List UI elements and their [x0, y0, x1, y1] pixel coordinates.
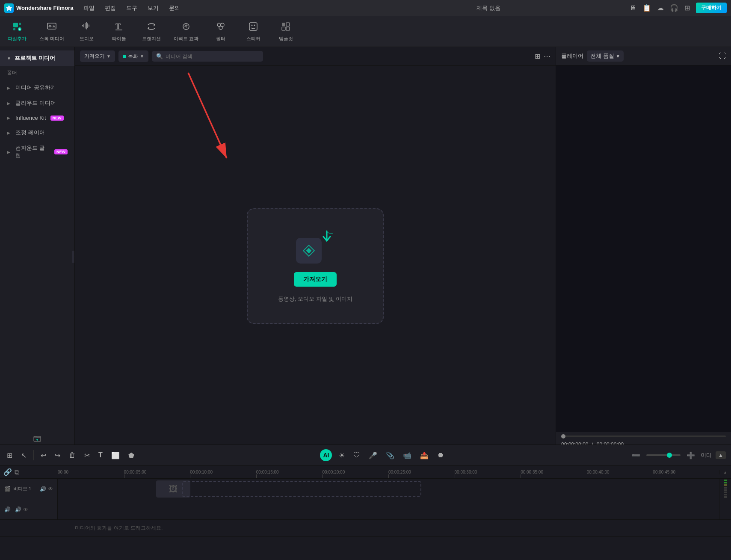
- toolbar: + 파일추가 스톡 미디어 오디오 T: [0, 16, 731, 47]
- link-icon[interactable]: 🔗: [3, 468, 12, 476]
- menu-help[interactable]: 문의: [167, 3, 182, 13]
- search-box[interactable]: 🔍: [152, 51, 263, 62]
- sidebar-item-influence-kit[interactable]: ▶ Influence Kit NEW: [0, 111, 74, 125]
- time-slider[interactable]: [561, 436, 726, 437]
- track-eye-icon[interactable]: 👁: [48, 486, 53, 492]
- grid-icon[interactable]: ⊞: [684, 4, 690, 12]
- menu-file[interactable]: 파일: [82, 3, 96, 13]
- record-timeline-icon[interactable]: ⏺: [435, 450, 446, 461]
- sidebar-collapse-button[interactable]: ◀: [72, 251, 75, 263]
- zoom-in-icon[interactable]: ➕: [685, 450, 697, 461]
- svg-point-12: [219, 26, 222, 30]
- audio-track-eye-icon[interactable]: 👁: [23, 507, 28, 513]
- time-slider-handle[interactable]: [561, 434, 565, 439]
- svg-rect-16: [282, 23, 285, 26]
- toolbar-stock-media[interactable]: 스톡 미디어: [39, 21, 64, 42]
- track-volume-icon[interactable]: 🔊: [40, 486, 46, 492]
- audio-label: 오디오: [80, 36, 94, 42]
- dropdown-arrow-icon: ▼: [140, 54, 144, 59]
- bottom-toolbar-center: AI ☀ 🛡 🎤 📎 📹 📤 ⏺: [141, 449, 625, 461]
- video-track-content[interactable]: 🖼: [58, 479, 719, 499]
- menu-view[interactable]: 보기: [146, 3, 160, 13]
- cloud-icon[interactable]: ☁: [657, 4, 664, 12]
- drop-zone-import-button[interactable]: 가져오기: [294, 272, 337, 287]
- ai-button[interactable]: AI: [320, 449, 332, 461]
- filmora-bg-icon: [296, 238, 322, 264]
- sidebar-media-share-label: 미디어 공유하기: [15, 84, 56, 92]
- effects-icon: [181, 21, 191, 34]
- buy-button[interactable]: 구매하기: [696, 3, 727, 13]
- svg-rect-19: [286, 27, 290, 30]
- record-button[interactable]: 녹화 ▼: [118, 50, 148, 62]
- media-toolbar-right: ⊞ ⋯: [535, 52, 550, 60]
- toolbar-audio[interactable]: 오디오: [76, 21, 97, 42]
- toolbar-add-file[interactable]: + 파일추가: [7, 21, 27, 42]
- miti-toggle[interactable]: ▲: [716, 451, 726, 459]
- sidebar-project-media[interactable]: ▼ 프로젝트 미디어: [0, 50, 74, 66]
- extract-icon[interactable]: 📤: [418, 450, 430, 461]
- cut-icon[interactable]: ✂: [83, 450, 92, 461]
- sidebar-item-media-share[interactable]: ▶ 미디어 공유하기: [0, 80, 74, 95]
- video-drop-zone: [182, 481, 421, 497]
- search-input[interactable]: [166, 53, 259, 59]
- text-icon[interactable]: T: [97, 450, 104, 461]
- clip-icon[interactable]: 📎: [384, 450, 396, 461]
- multi-cam-icon[interactable]: 📹: [401, 450, 413, 461]
- toolbar-stickers[interactable]: 스티커: [243, 21, 263, 42]
- sun-icon[interactable]: ☀: [337, 450, 346, 461]
- filters-icon: [216, 21, 226, 34]
- ruler-mark-3: 00:00:15:00: [256, 470, 323, 478]
- more-options-icon[interactable]: ⋯: [544, 52, 550, 60]
- toolbar-filters[interactable]: 필터: [210, 21, 231, 42]
- svg-rect-2: [13, 28, 15, 30]
- sidebar-item-compound-clip[interactable]: ▶ 컴파운드 클립 NEW: [0, 140, 74, 163]
- sidebar-folder: 폴더: [0, 66, 74, 80]
- menu-tools[interactable]: 도구: [124, 3, 139, 13]
- import-button[interactable]: 가져오기 ▼: [80, 50, 115, 62]
- timeline-tracks: 🎬 비디오 1 🔊 👁 🖼: [0, 479, 731, 537]
- timeline: 🔗 ⧉ 00:00 00:00:05:00 00:00:10:00 00:00:: [0, 466, 731, 560]
- toolbar-transitions[interactable]: 트랜지션: [141, 21, 162, 42]
- zoom-slider[interactable]: [646, 454, 681, 456]
- player-label: 플레이어: [561, 52, 583, 60]
- scene-icon[interactable]: ⊞: [5, 450, 14, 461]
- video-track-label: 🎬 비디오 1 🔊 👁: [0, 479, 58, 499]
- audio-track-content[interactable]: [58, 499, 719, 519]
- mic-icon[interactable]: 🎤: [367, 450, 379, 461]
- copy-icon[interactable]: 📋: [642, 4, 651, 12]
- toolbar-templates[interactable]: 템플릿: [275, 21, 296, 42]
- preview-canvas: [556, 65, 731, 432]
- ruler-mark-2: 00:00:10:00: [190, 470, 256, 478]
- undo-icon[interactable]: ↩: [39, 450, 48, 461]
- zoom-out-icon[interactable]: ➖: [630, 450, 642, 461]
- monitor-icon[interactable]: 🖥: [630, 4, 636, 12]
- crop-icon[interactable]: ⬜: [110, 450, 121, 461]
- toolbar-titles[interactable]: T 타이틀: [109, 21, 129, 42]
- select-icon[interactable]: ↖: [19, 450, 28, 461]
- sidebar-item-cloud-media[interactable]: ▶ 클라우드 미디어: [0, 95, 74, 111]
- svg-rect-17: [286, 23, 290, 26]
- filter-icon[interactable]: ⊞: [535, 52, 540, 60]
- redo-icon[interactable]: ↪: [53, 450, 62, 461]
- svg-rect-18: [282, 27, 285, 30]
- media-area: 가져오기 ▼ 녹화 ▼ 🔍 ⊞ ⋯: [75, 47, 556, 466]
- menu-edit[interactable]: 편집: [103, 3, 118, 13]
- filters-label: 필터: [216, 36, 225, 42]
- toolbar-effects[interactable]: 이펙트 효과: [174, 21, 198, 42]
- delete-icon[interactable]: 🗑: [67, 450, 77, 461]
- sidebar-cloud-label: 클라우드 미디어: [15, 99, 56, 107]
- preview-toolbar: 플레이어 전체 품질 ▼ ⛶: [556, 47, 731, 65]
- zoom-handle[interactable]: [667, 453, 672, 458]
- headphone-icon[interactable]: 🎧: [670, 4, 678, 12]
- quality-select[interactable]: 전체 품질 ▼: [587, 50, 624, 62]
- draw-icon[interactable]: ⬟: [127, 450, 136, 461]
- transitions-label: 트랜지션: [142, 36, 161, 42]
- drop-zone[interactable]: 가져오기 동영상, 오디오 파일 및 이미지: [247, 208, 384, 324]
- sidebar-item-adjust-layer[interactable]: ▶ 조정 레이어: [0, 125, 74, 140]
- new-folder-icon[interactable]: [3, 433, 71, 444]
- audio-track-vol-icon[interactable]: 🔊: [15, 507, 21, 513]
- snap-icon[interactable]: ⧉: [15, 468, 19, 476]
- shield-icon[interactable]: 🛡: [352, 450, 362, 461]
- audio-track-label-icons: 🔊 👁: [15, 507, 28, 513]
- fullscreen-icon[interactable]: ⛶: [719, 52, 726, 60]
